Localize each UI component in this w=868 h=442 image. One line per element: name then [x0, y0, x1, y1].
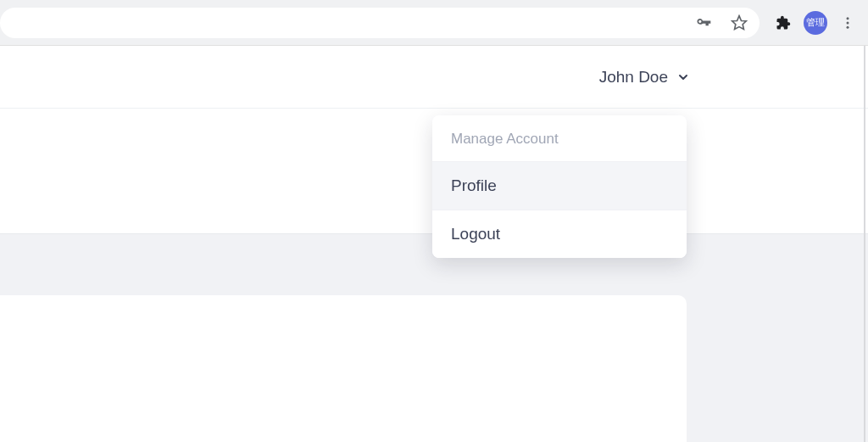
- chevron-down-icon: [676, 70, 690, 84]
- extensions-icon[interactable]: [771, 11, 795, 35]
- dropdown-item-profile[interactable]: Profile: [432, 162, 687, 210]
- svg-point-1: [847, 17, 849, 20]
- svg-marker-0: [732, 15, 747, 29]
- page-body: John Doe Manage Account Profile Logout: [0, 46, 868, 442]
- star-icon[interactable]: [727, 11, 751, 35]
- kebab-menu-icon[interactable]: [836, 11, 860, 35]
- username-label: John Doe: [599, 68, 668, 87]
- user-dropdown: Manage Account Profile Logout: [432, 115, 687, 258]
- user-menu-trigger[interactable]: John Doe: [599, 68, 690, 87]
- content-card: [0, 295, 687, 442]
- dropdown-title: Manage Account: [432, 115, 687, 162]
- browser-toolbar: 管理: [0, 0, 868, 46]
- window-edge: [864, 46, 865, 442]
- dropdown-item-logout[interactable]: Logout: [432, 210, 687, 258]
- svg-point-3: [847, 25, 849, 28]
- app-header: John Doe: [0, 46, 868, 109]
- profile-avatar[interactable]: 管理: [804, 11, 827, 35]
- key-icon[interactable]: [692, 11, 715, 35]
- svg-point-2: [847, 21, 849, 24]
- address-bar[interactable]: [0, 8, 760, 38]
